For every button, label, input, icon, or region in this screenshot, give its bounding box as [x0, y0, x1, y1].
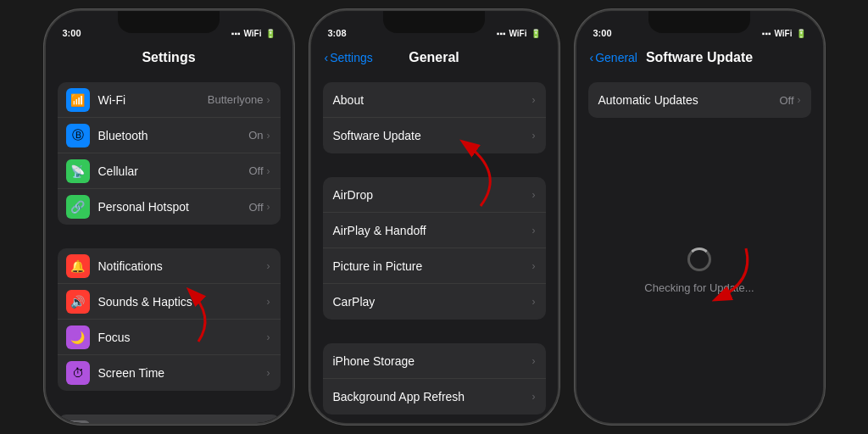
phone-3: 3:00 ▪▪▪ WiFi 🔋 ‹ General Software Updat…	[575, 9, 825, 425]
list-item[interactable]: 🔊 Sounds & Haptics ›	[58, 284, 281, 320]
gap	[46, 74, 292, 82]
list-item[interactable]: ⚙️ General ›	[58, 415, 281, 423]
list-item[interactable]: Picture in Picture ›	[323, 248, 546, 284]
list-item[interactable]: 📶 Wi-Fi Butterlyone ›	[58, 82, 281, 118]
phone-screen-2: 3:08 ▪▪▪ WiFi 🔋 ‹ Settings General About…	[311, 11, 558, 423]
chevron-icon: ›	[798, 94, 801, 106]
list-item[interactable]: 📡 Cellular Off ›	[58, 153, 281, 189]
pip-label: Picture in Picture	[333, 259, 532, 273]
settings-group-3-1: Automatic Updates Off ›	[588, 82, 811, 118]
chevron-icon: ›	[532, 189, 536, 201]
screentime-label: Screen Time	[98, 366, 267, 380]
chevron-icon: ›	[532, 391, 536, 403]
battery-icon: 🔋	[531, 29, 541, 38]
list-item[interactable]: 🔗 Personal Hotspot Off ›	[58, 189, 281, 225]
gap	[311, 320, 558, 343]
list-item[interactable]: ⏱ Screen Time ›	[58, 355, 281, 391]
iphone-storage-label: iPhone Storage	[333, 354, 532, 368]
phone-notch-2	[383, 11, 485, 33]
settings-group-1-3: ⚙️ General › 🎛 Control Center › ☀️ Displ…	[58, 415, 281, 423]
list-item[interactable]: AirPlay & Handoff ›	[323, 213, 546, 248]
chevron-icon: ›	[267, 165, 270, 177]
cellular-value: Off	[248, 164, 263, 177]
phone-2: 3:08 ▪▪▪ WiFi 🔋 ‹ Settings General About…	[309, 9, 559, 425]
chevron-icon: ›	[267, 367, 270, 379]
nav-bar-1: Settings	[46, 42, 292, 74]
chevron-icon: ›	[532, 94, 536, 106]
hotspot-icon: 🔗	[66, 195, 90, 219]
chevron-icon: ›	[532, 260, 536, 272]
list-item[interactable]: Background App Refresh ›	[323, 379, 546, 415]
nav-title-1: Settings	[142, 50, 195, 65]
settings-group-2-2: AirDrop › AirPlay & Handoff › Picture in…	[323, 177, 546, 320]
battery-icon: 🔋	[265, 29, 275, 38]
status-icons-1: ▪▪▪ WiFi 🔋	[231, 29, 275, 38]
carplay-label: CarPlay	[333, 295, 532, 309]
scroll-area-3: Automatic Updates Off › Checking for Upd…	[576, 74, 823, 423]
gap	[311, 74, 558, 82]
general-icon: ⚙️	[66, 420, 90, 424]
time-3: 3:00	[593, 28, 612, 38]
notifications-icon: 🔔	[66, 254, 90, 278]
screentime-icon: ⏱	[66, 361, 90, 385]
status-icons-2: ▪▪▪ WiFi 🔋	[497, 29, 541, 38]
wifi-icon: WiFi	[509, 29, 526, 38]
gap	[46, 225, 292, 248]
list-item[interactable]: AirDrop ›	[323, 177, 546, 213]
list-item[interactable]: 🌙 Focus ›	[58, 320, 281, 355]
auto-updates-label: Automatic Updates	[598, 93, 780, 107]
settings-group-2-3: iPhone Storage › Background App Refresh …	[323, 343, 546, 415]
list-item[interactable]: 🔔 Notifications ›	[58, 248, 281, 284]
hotspot-value: Off	[248, 201, 263, 214]
notifications-label: Notifications	[98, 259, 267, 273]
checking-text: Checking for Update...	[644, 281, 754, 294]
chevron-icon: ›	[267, 130, 270, 142]
checking-area: Checking for Update...	[576, 118, 823, 423]
sounds-icon: 🔊	[66, 290, 90, 314]
back-button-3[interactable]: ‹ General	[590, 51, 637, 64]
chevron-icon: ›	[532, 296, 536, 308]
focus-label: Focus	[98, 331, 267, 344]
nav-title-3: Software Update	[646, 50, 753, 65]
about-label: About	[333, 93, 532, 107]
bluetooth-icon: Ⓑ	[66, 124, 90, 147]
chevron-icon: ›	[267, 201, 270, 213]
status-icons-3: ▪▪▪ WiFi 🔋	[762, 29, 806, 38]
phone-screen-1: 3:00 ▪▪▪ WiFi 🔋 Settings 📶 Wi-Fi Butterl…	[46, 11, 292, 423]
list-item[interactable]: Automatic Updates Off ›	[588, 82, 811, 118]
cellular-label: Cellular	[98, 164, 249, 178]
back-label-2: Settings	[330, 51, 373, 64]
list-item[interactable]: iPhone Storage ›	[323, 343, 546, 379]
chevron-icon: ›	[532, 355, 536, 367]
list-item[interactable]: About ›	[323, 82, 546, 118]
chevron-left-icon: ‹	[325, 51, 329, 64]
back-button-2[interactable]: ‹ Settings	[325, 51, 373, 64]
signal-icon: ▪▪▪	[231, 29, 241, 38]
focus-icon: 🌙	[66, 326, 90, 349]
chevron-icon: ›	[532, 130, 536, 142]
gap	[311, 415, 558, 423]
wifi-icon: 📶	[66, 88, 90, 112]
list-item[interactable]: Ⓑ Bluetooth On ›	[58, 118, 281, 153]
wifi-value: Butterlyone	[208, 93, 264, 106]
signal-icon: ▪▪▪	[497, 29, 506, 38]
nav-bar-3: ‹ General Software Update	[576, 42, 823, 74]
loading-spinner	[687, 248, 711, 271]
signal-icon: ▪▪▪	[762, 29, 771, 38]
phone-notch-1	[118, 11, 220, 33]
settings-group-1-1: 📶 Wi-Fi Butterlyone › Ⓑ Bluetooth On › 📡…	[58, 82, 281, 225]
phone-1: 3:00 ▪▪▪ WiFi 🔋 Settings 📶 Wi-Fi Butterl…	[44, 9, 294, 425]
bg-refresh-label: Background App Refresh	[333, 390, 532, 403]
wifi-icon: WiFi	[774, 29, 792, 38]
chevron-icon: ›	[267, 296, 270, 308]
list-item[interactable]: CarPlay ›	[323, 284, 546, 320]
gap	[576, 74, 823, 82]
bluetooth-label: Bluetooth	[98, 129, 249, 142]
settings-group-1-2: 🔔 Notifications › 🔊 Sounds & Haptics › 🌙…	[58, 248, 281, 391]
chevron-icon: ›	[267, 94, 270, 106]
sounds-label: Sounds & Haptics	[98, 295, 267, 309]
chevron-icon: ›	[267, 331, 270, 343]
settings-group-2-1: About › Software Update ›	[323, 82, 546, 153]
list-item[interactable]: Software Update ›	[323, 118, 546, 153]
wifi-label: Wi-Fi	[98, 93, 208, 107]
